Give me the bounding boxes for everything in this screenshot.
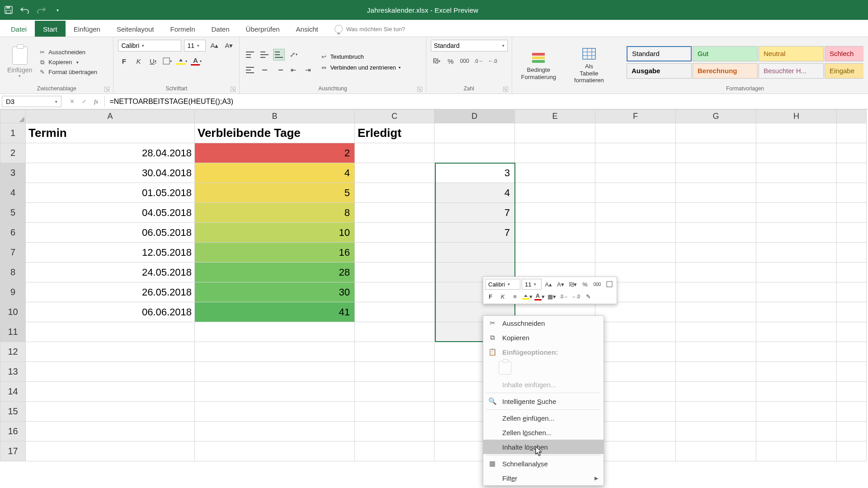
- cell[interactable]: [756, 441, 837, 461]
- style-standard[interactable]: Standard: [627, 46, 692, 61]
- align-middle-icon[interactable]: [259, 49, 270, 61]
- format-as-table-button[interactable]: AlsTabelle formatieren: [561, 47, 618, 84]
- cell[interactable]: [837, 183, 867, 203]
- row-header[interactable]: 15: [0, 402, 26, 422]
- cell[interactable]: Termin: [26, 123, 195, 143]
- cell[interactable]: [355, 183, 434, 203]
- cell[interactable]: [355, 223, 434, 243]
- align-left-icon[interactable]: [244, 64, 256, 76]
- cell[interactable]: [595, 302, 676, 322]
- cell[interactable]: [837, 223, 867, 243]
- dialog-launcher-icon[interactable]: ↘: [231, 87, 236, 92]
- cell[interactable]: 24.05.2018: [26, 263, 195, 282]
- cell[interactable]: [837, 422, 867, 441]
- cell[interactable]: [837, 243, 867, 263]
- fill-color-button[interactable]: ▾: [176, 55, 188, 67]
- cell[interactable]: [676, 402, 756, 422]
- cell[interactable]: [756, 382, 837, 402]
- tab-insert[interactable]: Einfügen: [66, 21, 108, 37]
- cell[interactable]: [355, 163, 434, 183]
- cell[interactable]: 28.04.2018: [26, 143, 195, 163]
- cell[interactable]: [355, 422, 434, 441]
- cell[interactable]: [756, 123, 837, 143]
- cell[interactable]: [595, 342, 676, 362]
- cell[interactable]: [355, 302, 434, 322]
- cell[interactable]: [26, 342, 195, 362]
- font-name-combo[interactable]: Calibri▾: [118, 40, 181, 52]
- underline-button[interactable]: U▾: [147, 55, 159, 67]
- cell[interactable]: [756, 163, 837, 183]
- cell[interactable]: [195, 441, 355, 461]
- mini-italic-button[interactable]: K: [497, 291, 508, 302]
- decrease-decimal-icon[interactable]: ←.0: [487, 55, 499, 67]
- cell[interactable]: [26, 422, 195, 441]
- cell[interactable]: [837, 302, 867, 322]
- row-header[interactable]: 12: [0, 342, 26, 362]
- border-button[interactable]: ▾: [161, 55, 173, 67]
- cell[interactable]: [355, 143, 434, 163]
- cell[interactable]: [26, 322, 195, 342]
- cell[interactable]: [756, 342, 837, 362]
- cell[interactable]: Erledigt: [355, 123, 434, 143]
- style-gut[interactable]: Gut: [693, 46, 758, 61]
- mini-bold-button[interactable]: F: [485, 291, 496, 302]
- font-color-button[interactable]: A▾: [190, 55, 202, 67]
- cell[interactable]: [355, 263, 434, 282]
- cell[interactable]: [756, 143, 837, 163]
- col-header-a[interactable]: A: [26, 110, 195, 123]
- conditional-formatting-button[interactable]: BedingteFormatierung: [517, 50, 561, 80]
- cell[interactable]: [756, 422, 837, 441]
- cell[interactable]: [515, 123, 595, 143]
- cell[interactable]: 7: [434, 223, 515, 243]
- wrap-text-button[interactable]: ↩Textumbruch: [320, 53, 400, 61]
- cell[interactable]: [837, 203, 867, 223]
- cell[interactable]: [676, 282, 756, 302]
- cell[interactable]: 16: [195, 243, 355, 263]
- cell[interactable]: [355, 342, 434, 362]
- cell[interactable]: [756, 203, 837, 223]
- style-besucht[interactable]: Besuchter H...: [759, 63, 824, 79]
- cell[interactable]: [756, 322, 837, 342]
- cell[interactable]: [837, 342, 867, 362]
- cell[interactable]: [355, 203, 434, 223]
- mini-size-combo[interactable]: 11▾: [522, 279, 542, 290]
- decrease-indent-icon[interactable]: ⇤: [288, 64, 299, 76]
- row-header[interactable]: 5: [0, 203, 26, 223]
- cancel-icon[interactable]: ✕: [70, 98, 75, 105]
- cell[interactable]: [515, 203, 595, 223]
- style-berechnung[interactable]: Berechnung: [693, 63, 758, 79]
- cell[interactable]: [26, 382, 195, 402]
- tab-data[interactable]: Daten: [203, 21, 238, 37]
- cell[interactable]: [195, 402, 355, 422]
- format-painter-button[interactable]: ✎Format übertragen: [38, 69, 97, 76]
- cell[interactable]: [837, 402, 867, 422]
- cell[interactable]: [676, 223, 756, 243]
- col-header-g[interactable]: G: [676, 110, 756, 123]
- cell[interactable]: [355, 441, 434, 461]
- cell[interactable]: [676, 203, 756, 223]
- cell[interactable]: [676, 183, 756, 203]
- row-header[interactable]: 14: [0, 382, 26, 402]
- row-header[interactable]: 9: [0, 282, 26, 302]
- ctx-insert-cells[interactable]: Zellen einfügen...: [483, 411, 604, 425]
- cell[interactable]: [355, 282, 434, 302]
- cell[interactable]: [355, 402, 434, 422]
- cell[interactable]: 04.05.2018: [26, 203, 195, 223]
- redo-icon[interactable]: [36, 5, 46, 15]
- name-box[interactable]: D3▾: [2, 96, 61, 107]
- cell[interactable]: [837, 163, 867, 183]
- row-header[interactable]: 8: [0, 263, 26, 282]
- qat-customize-icon[interactable]: ▾: [52, 5, 62, 15]
- mini-increase-font-icon[interactable]: A▴: [543, 279, 554, 290]
- worksheet-grid[interactable]: A B C D E F G H 1 Termin Verbleibende Ta…: [0, 109, 868, 461]
- cell[interactable]: [515, 143, 595, 163]
- style-schlecht[interactable]: Schlech: [825, 46, 863, 61]
- cell[interactable]: [26, 441, 195, 461]
- row-header[interactable]: 2: [0, 143, 26, 163]
- tell-me[interactable]: Was möchten Sie tun?: [332, 21, 408, 37]
- cell[interactable]: 06.05.2018: [26, 223, 195, 243]
- italic-button[interactable]: K: [132, 55, 144, 67]
- row-header[interactable]: 16: [0, 422, 26, 441]
- cell[interactable]: [676, 163, 756, 183]
- row-header[interactable]: 4: [0, 183, 26, 203]
